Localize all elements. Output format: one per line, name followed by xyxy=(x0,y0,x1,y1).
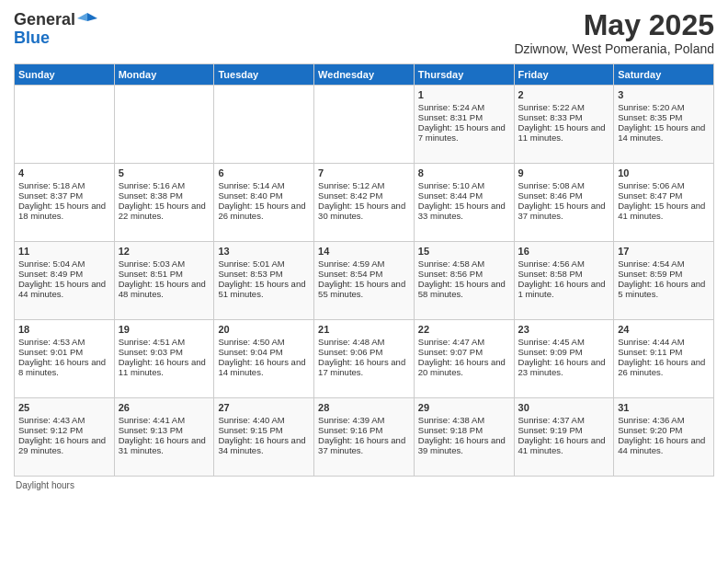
calendar-cell: 26Sunrise: 4:41 AMSunset: 9:13 PMDayligh… xyxy=(114,398,214,477)
sunrise-text: Sunrise: 5:03 AM xyxy=(119,259,210,269)
page-header: General Blue May 2025 Dziwnow, West Pome… xyxy=(14,9,714,56)
daylight-text: Daylight: 15 hours and 44 minutes. xyxy=(18,279,110,299)
sunrise-text: Sunrise: 4:39 AM xyxy=(318,415,410,425)
day-number: 14 xyxy=(318,246,410,257)
sunset-text: Sunset: 8:47 PM xyxy=(618,190,710,201)
daylight-text: Daylight: 16 hours and 14 minutes. xyxy=(218,357,310,377)
day-number: 28 xyxy=(318,402,410,413)
day-number: 19 xyxy=(119,324,210,335)
day-number: 26 xyxy=(119,402,210,413)
sunset-text: Sunset: 9:09 PM xyxy=(518,347,610,357)
sunset-text: Sunset: 8:49 PM xyxy=(18,269,110,279)
day-number: 1 xyxy=(418,89,510,100)
day-number: 20 xyxy=(218,324,310,335)
sunset-text: Sunset: 9:12 PM xyxy=(18,425,110,435)
calendar-cell: 31Sunrise: 4:36 AMSunset: 9:20 PMDayligh… xyxy=(614,398,714,477)
sunrise-text: Sunrise: 4:58 AM xyxy=(418,259,510,269)
sunset-text: Sunset: 9:06 PM xyxy=(318,347,410,357)
title-block: May 2025 Dziwnow, West Pomerania, Poland xyxy=(514,9,714,56)
calendar-week-2: 4Sunrise: 5:18 AMSunset: 8:37 PMDaylight… xyxy=(15,164,714,242)
calendar-cell: 28Sunrise: 4:39 AMSunset: 9:16 PMDayligh… xyxy=(314,398,415,477)
sunrise-text: Sunrise: 5:12 AM xyxy=(318,180,410,190)
page-container: General Blue May 2025 Dziwnow, West Pome… xyxy=(0,0,728,495)
calendar-week-5: 25Sunrise: 4:43 AMSunset: 9:12 PMDayligh… xyxy=(15,398,714,477)
sunrise-text: Sunrise: 4:36 AM xyxy=(618,415,710,425)
col-thursday: Thursday xyxy=(414,64,514,86)
daylight-text: Daylight: 16 hours and 20 minutes. xyxy=(418,357,510,377)
sunset-text: Sunset: 8:37 PM xyxy=(18,190,110,201)
calendar-cell: 11Sunrise: 5:04 AMSunset: 8:49 PMDayligh… xyxy=(15,242,115,320)
day-number: 15 xyxy=(418,246,510,257)
sunrise-text: Sunrise: 4:45 AM xyxy=(518,337,610,347)
location-title: Dziwnow, West Pomerania, Poland xyxy=(514,41,714,56)
sunset-text: Sunset: 8:31 PM xyxy=(418,112,510,122)
sunrise-text: Sunrise: 4:37 AM xyxy=(518,415,610,425)
daylight-text: Daylight: 16 hours and 41 minutes. xyxy=(518,435,610,455)
calendar-cell: 10Sunrise: 5:06 AMSunset: 8:47 PMDayligh… xyxy=(614,164,714,242)
day-number: 22 xyxy=(418,324,510,335)
calendar-cell: 18Sunrise: 4:53 AMSunset: 9:01 PMDayligh… xyxy=(15,320,115,398)
day-number: 30 xyxy=(518,402,610,413)
svg-marker-0 xyxy=(87,13,97,21)
sunrise-text: Sunrise: 4:48 AM xyxy=(318,337,410,347)
calendar-cell: 16Sunrise: 4:56 AMSunset: 8:58 PMDayligh… xyxy=(514,242,614,320)
day-number: 8 xyxy=(418,167,510,178)
daylight-text: Daylight: 16 hours and 37 minutes. xyxy=(318,435,410,455)
daylight-text: Daylight: 15 hours and 58 minutes. xyxy=(418,279,510,299)
daylight-text: Daylight: 15 hours and 55 minutes. xyxy=(318,279,410,299)
calendar-cell: 23Sunrise: 4:45 AMSunset: 9:09 PMDayligh… xyxy=(514,320,614,398)
day-number: 10 xyxy=(618,167,710,178)
daylight-text: Daylight: 15 hours and 11 minutes. xyxy=(518,122,610,143)
col-friday: Friday xyxy=(514,64,614,86)
calendar-cell: 14Sunrise: 4:59 AMSunset: 8:54 PMDayligh… xyxy=(314,242,415,320)
calendar-cell: 1Sunrise: 5:24 AMSunset: 8:31 PMDaylight… xyxy=(414,86,514,164)
calendar-cell: 15Sunrise: 4:58 AMSunset: 8:56 PMDayligh… xyxy=(414,242,514,320)
sunset-text: Sunset: 8:59 PM xyxy=(618,269,710,279)
sunrise-text: Sunrise: 5:08 AM xyxy=(518,180,610,190)
sunset-text: Sunset: 8:53 PM xyxy=(218,269,310,279)
day-number: 16 xyxy=(518,246,610,257)
sunrise-text: Sunrise: 5:14 AM xyxy=(218,180,310,190)
sunset-text: Sunset: 8:51 PM xyxy=(119,269,210,279)
sunrise-text: Sunrise: 5:24 AM xyxy=(418,102,510,112)
daylight-text: Daylight: 16 hours and 1 minute. xyxy=(518,279,610,299)
calendar-week-4: 18Sunrise: 4:53 AMSunset: 9:01 PMDayligh… xyxy=(15,320,714,398)
calendar-cell: 29Sunrise: 4:38 AMSunset: 9:18 PMDayligh… xyxy=(414,398,514,477)
daylight-text: Daylight: 15 hours and 14 minutes. xyxy=(618,122,710,143)
month-title: May 2025 xyxy=(514,9,714,41)
day-number: 3 xyxy=(618,89,710,100)
sunset-text: Sunset: 9:07 PM xyxy=(418,347,510,357)
sunset-text: Sunset: 8:58 PM xyxy=(518,269,610,279)
logo-bird-icon xyxy=(77,9,97,29)
calendar-week-1: 1Sunrise: 5:24 AMSunset: 8:31 PMDaylight… xyxy=(15,86,714,164)
day-number: 29 xyxy=(418,402,510,413)
calendar-cell: 8Sunrise: 5:10 AMSunset: 8:44 PMDaylight… xyxy=(414,164,514,242)
sunset-text: Sunset: 9:01 PM xyxy=(18,347,110,357)
sunrise-text: Sunrise: 4:44 AM xyxy=(618,337,710,347)
calendar-cell: 17Sunrise: 4:54 AMSunset: 8:59 PMDayligh… xyxy=(614,242,714,320)
sunset-text: Sunset: 9:19 PM xyxy=(518,425,610,435)
sunset-text: Sunset: 8:35 PM xyxy=(618,112,710,122)
calendar-cell xyxy=(15,86,115,164)
sunrise-text: Sunrise: 4:50 AM xyxy=(218,337,310,347)
day-number: 11 xyxy=(18,246,110,257)
day-number: 2 xyxy=(518,89,610,100)
calendar-cell: 25Sunrise: 4:43 AMSunset: 9:12 PMDayligh… xyxy=(15,398,115,477)
daylight-text: Daylight: 15 hours and 33 minutes. xyxy=(418,201,510,221)
sunset-text: Sunset: 9:04 PM xyxy=(218,347,310,357)
sunrise-text: Sunrise: 5:06 AM xyxy=(618,180,710,190)
sunrise-text: Sunrise: 5:18 AM xyxy=(18,180,110,190)
daylight-text: Daylight: 15 hours and 37 minutes. xyxy=(518,201,610,221)
col-saturday: Saturday xyxy=(614,64,714,86)
daylight-text: Daylight: 15 hours and 51 minutes. xyxy=(218,279,310,299)
calendar-cell: 6Sunrise: 5:14 AMSunset: 8:40 PMDaylight… xyxy=(214,164,314,242)
daylight-text: Daylight: 15 hours and 7 minutes. xyxy=(418,122,510,143)
day-number: 5 xyxy=(119,167,210,178)
calendar-table: Sunday Monday Tuesday Wednesday Thursday… xyxy=(14,63,714,477)
calendar-cell: 5Sunrise: 5:16 AMSunset: 8:38 PMDaylight… xyxy=(114,164,214,242)
sunrise-text: Sunrise: 4:59 AM xyxy=(318,259,410,269)
logo-general-text: General xyxy=(14,11,75,28)
calendar-cell xyxy=(114,86,214,164)
sunrise-text: Sunrise: 5:04 AM xyxy=(18,259,110,269)
sunset-text: Sunset: 9:18 PM xyxy=(418,425,510,435)
